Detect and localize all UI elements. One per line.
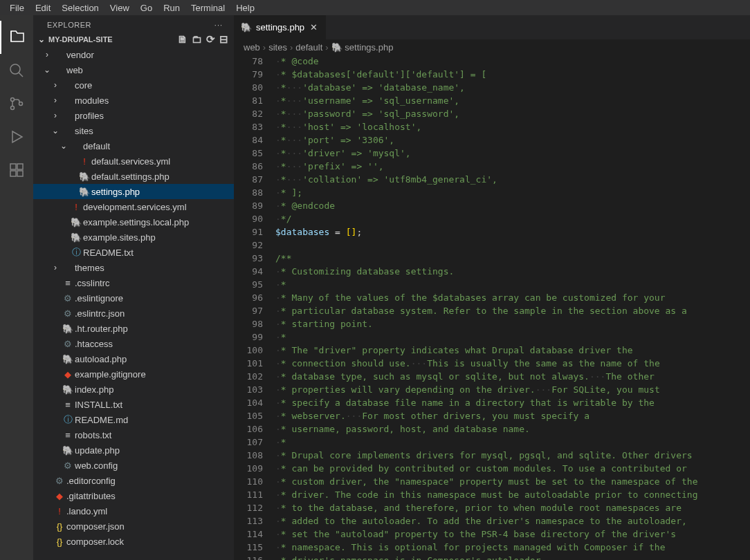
php-icon: 🐘 bbox=[61, 324, 75, 334]
yml-icon: ! bbox=[53, 506, 66, 516]
menu-selection[interactable]: Selection bbox=[56, 1, 104, 15]
git-icon: ◆ bbox=[53, 491, 66, 501]
file-robots-txt[interactable]: ≡robots.txt bbox=[33, 427, 234, 442]
svg-rect-6 bbox=[10, 164, 16, 169]
refresh-icon[interactable]: ⟳ bbox=[206, 33, 215, 46]
file-install-txt[interactable]: ≡INSTALL.txt bbox=[33, 397, 234, 412]
tree-label: .eslintignore bbox=[75, 293, 123, 304]
file-example-settings-local-php[interactable]: 🐘example.settings.local.php bbox=[33, 214, 234, 230]
txt-icon: ≡ bbox=[61, 430, 75, 440]
file-readme-txt[interactable]: ⓘREADME.txt bbox=[33, 245, 234, 260]
menu-terminal[interactable]: Terminal bbox=[185, 1, 230, 15]
file-example-sites-php[interactable]: 🐘example.sites.php bbox=[33, 230, 234, 245]
breadcrumb-default[interactable]: default bbox=[295, 42, 322, 53]
explorer-icon[interactable] bbox=[0, 21, 33, 54]
sidebar-title: EXPLORER bbox=[47, 21, 91, 29]
file-web-config[interactable]: ⚙web.config bbox=[33, 458, 234, 473]
tree-label: web.config bbox=[75, 460, 118, 471]
tree-label: default.settings.php bbox=[91, 171, 170, 182]
file--eslintrc-json[interactable]: ⚙.eslintrc.json bbox=[33, 306, 234, 321]
run-debug-icon[interactable] bbox=[0, 120, 33, 153]
breadcrumbs[interactable]: web›sites›default›🐘 settings.php bbox=[234, 39, 750, 55]
file-default-services-yml[interactable]: !default.services.yml bbox=[33, 153, 234, 169]
file-example-gitignore[interactable]: ◆example.gitignore bbox=[33, 366, 234, 382]
folder-modules[interactable]: ›modules bbox=[33, 93, 234, 108]
chevron-icon: ⌄ bbox=[50, 126, 61, 136]
php-icon: 🐘 bbox=[61, 354, 75, 364]
file-autoload-php[interactable]: 🐘autoload.php bbox=[33, 351, 234, 366]
menu-help[interactable]: Help bbox=[230, 1, 260, 15]
file--csslintrc[interactable]: ≡.csslintrc bbox=[33, 275, 234, 290]
new-file-icon[interactable]: 🗎 bbox=[177, 33, 188, 46]
file--ht-router-php[interactable]: 🐘.ht.router.php bbox=[33, 321, 234, 336]
project-header[interactable]: ⌄ MY-DRUPAL-SITE 🗎 🗀 ⟳ ⊟ bbox=[33, 32, 234, 47]
file--eslintignore[interactable]: ⚙.eslintignore bbox=[33, 290, 234, 306]
file-index-php[interactable]: 🐘index.php bbox=[33, 382, 234, 397]
folder-sites[interactable]: ⌄sites bbox=[33, 123, 234, 138]
chevron-icon: ⌄ bbox=[58, 141, 69, 151]
php-icon: 🐘 bbox=[77, 187, 91, 197]
svg-line-1 bbox=[19, 73, 23, 77]
cfg-icon: ⚙ bbox=[61, 339, 75, 349]
folder-default[interactable]: ⌄default bbox=[33, 138, 234, 153]
file-composer-lock[interactable]: {}composer.lock bbox=[33, 534, 234, 549]
tree-label: .htaccess bbox=[75, 339, 113, 349]
folder-vendor[interactable]: ›vendor bbox=[33, 47, 234, 62]
git-icon: ◆ bbox=[61, 369, 75, 380]
file-development-services-yml[interactable]: !development.services.yml bbox=[33, 199, 234, 214]
menu-go[interactable]: Go bbox=[135, 1, 158, 15]
json-icon: {} bbox=[53, 521, 66, 532]
tree-label: example.sites.php bbox=[83, 232, 156, 243]
tree-label: update.php bbox=[75, 445, 120, 456]
json-icon: {} bbox=[53, 536, 66, 547]
file--lando-yml[interactable]: !.lando.yml bbox=[33, 503, 234, 519]
svg-rect-9 bbox=[17, 171, 23, 176]
file-settings-php[interactable]: 🐘settings.php bbox=[33, 184, 234, 199]
file-composer-json[interactable]: {}composer.json bbox=[33, 519, 234, 534]
tree-label: composer.lock bbox=[66, 536, 124, 547]
search-icon[interactable] bbox=[0, 54, 33, 87]
menu-edit[interactable]: Edit bbox=[30, 1, 56, 15]
collapse-all-icon[interactable]: ⊟ bbox=[219, 33, 228, 46]
tree-label: index.php bbox=[75, 384, 113, 395]
close-icon[interactable]: ✕ bbox=[309, 21, 319, 34]
folder-profiles[interactable]: ›profiles bbox=[33, 108, 234, 123]
file--htaccess[interactable]: ⚙.htaccess bbox=[33, 336, 234, 351]
chevron-right-icon: › bbox=[290, 42, 293, 53]
extensions-icon[interactable] bbox=[0, 153, 33, 187]
tree-label: README.txt bbox=[83, 248, 134, 258]
menu-view[interactable]: View bbox=[104, 1, 135, 15]
folder-core[interactable]: ›core bbox=[33, 77, 234, 93]
folder-web[interactable]: ⌄web bbox=[33, 62, 234, 77]
file--editorconfig[interactable]: ⚙.editorconfig bbox=[33, 473, 234, 488]
chevron-icon: › bbox=[50, 263, 61, 272]
php-icon: 🐘 bbox=[61, 384, 75, 395]
editor-area: 🐘 settings.php ✕ web›sites›default›🐘 set… bbox=[234, 15, 750, 560]
chevron-right-icon: › bbox=[263, 42, 266, 53]
menu-file[interactable]: File bbox=[4, 1, 30, 15]
chevron-icon: › bbox=[42, 50, 53, 59]
breadcrumb-settings-php[interactable]: 🐘 settings.php bbox=[331, 42, 394, 53]
tree-label: example.gitignore bbox=[75, 369, 146, 380]
svg-rect-7 bbox=[17, 164, 23, 169]
source-control-icon[interactable] bbox=[0, 87, 33, 120]
more-icon[interactable]: ··· bbox=[214, 21, 223, 29]
txt-icon: ≡ bbox=[61, 400, 75, 410]
breadcrumb-sites[interactable]: sites bbox=[268, 42, 287, 53]
file--gitattributes[interactable]: ◆.gitattributes bbox=[33, 488, 234, 503]
tree-label: .ht.router.php bbox=[75, 324, 128, 334]
file-update-php[interactable]: 🐘update.php bbox=[33, 442, 234, 458]
folder-themes[interactable]: ›themes bbox=[33, 260, 234, 275]
breadcrumb-web[interactable]: web bbox=[244, 42, 260, 53]
cfg-icon: ⚙ bbox=[61, 308, 75, 319]
file-default-settings-php[interactable]: 🐘default.settings.php bbox=[33, 169, 234, 184]
code-editor[interactable]: 7879808182838485868788899091929394959697… bbox=[234, 55, 750, 560]
file-readme-md[interactable]: ⓘREADME.md bbox=[33, 412, 234, 427]
chevron-icon: › bbox=[50, 95, 61, 105]
tabs-bar: 🐘 settings.php ✕ bbox=[234, 15, 750, 39]
code-content[interactable]: * @code* $databases['default']['default'… bbox=[275, 55, 750, 560]
new-folder-icon[interactable]: 🗀 bbox=[192, 33, 202, 46]
chevron-icon: ⌄ bbox=[42, 65, 53, 75]
tab-settings-php[interactable]: 🐘 settings.php ✕ bbox=[234, 15, 327, 39]
menu-run[interactable]: Run bbox=[158, 1, 185, 15]
